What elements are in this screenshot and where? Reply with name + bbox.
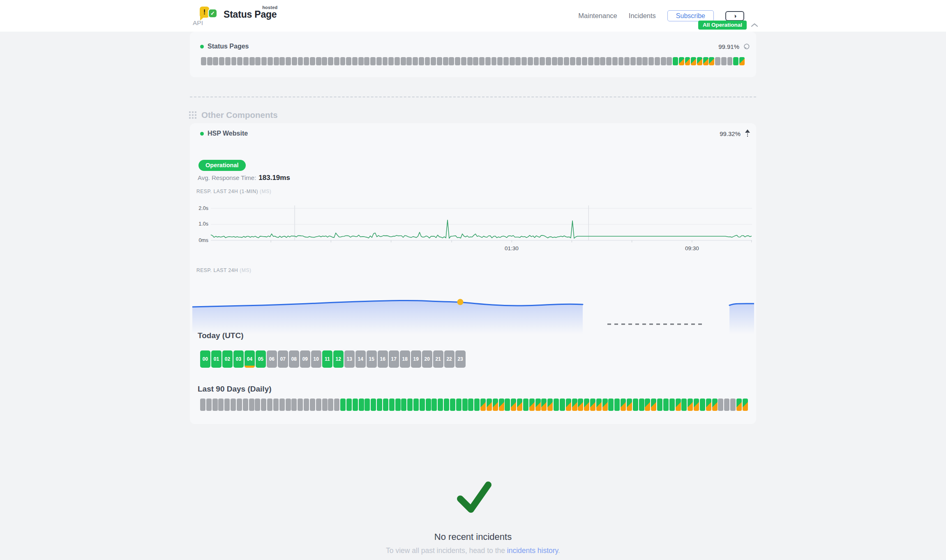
- uptime-bar[interactable]: [727, 57, 733, 65]
- uptime-bar[interactable]: [218, 399, 224, 411]
- hour-box-19[interactable]: 19: [411, 350, 421, 368]
- uptime-bar[interactable]: [274, 57, 279, 65]
- uptime-bar[interactable]: [712, 399, 718, 411]
- uptime-bar[interactable]: [651, 399, 656, 411]
- uptime-bar[interactable]: [700, 399, 705, 411]
- uptime-bar[interactable]: [438, 399, 443, 411]
- uptime-bar[interactable]: [480, 399, 486, 411]
- overall-status-badge[interactable]: All Operational: [698, 21, 747, 30]
- uptime-bar[interactable]: [657, 399, 662, 411]
- uptime-bar[interactable]: [655, 57, 660, 65]
- uptime-bar[interactable]: [499, 399, 504, 411]
- uptime-bar[interactable]: [718, 399, 723, 411]
- uptime-bar[interactable]: [225, 57, 231, 65]
- uptime-bar[interactable]: [389, 399, 395, 411]
- uptime-bar[interactable]: [450, 399, 455, 411]
- uptime-bar[interactable]: [255, 399, 260, 411]
- hour-box-08[interactable]: 08: [289, 350, 299, 368]
- chevron-up-icon[interactable]: [751, 23, 758, 27]
- uptime-bar[interactable]: [334, 399, 339, 411]
- uptime-bar[interactable]: [558, 57, 563, 65]
- uptime-bar[interactable]: [560, 399, 565, 411]
- uptime-bar[interactable]: [261, 57, 267, 65]
- uptime-bar[interactable]: [743, 399, 748, 411]
- uptime-bar[interactable]: [213, 57, 218, 65]
- hour-box-11[interactable]: 11: [322, 350, 332, 368]
- uptime-bar[interactable]: [624, 57, 630, 65]
- uptime-bar[interactable]: [255, 57, 261, 65]
- uptime-bar[interactable]: [602, 399, 608, 411]
- uptime-bar[interactable]: [511, 399, 516, 411]
- hour-box-22[interactable]: 22: [444, 350, 455, 368]
- uptime-bar[interactable]: [328, 57, 333, 65]
- uptime-bar[interactable]: [493, 399, 498, 411]
- uptime-bar[interactable]: [413, 399, 419, 411]
- incidents-history-link[interactable]: incidents history: [507, 546, 558, 555]
- uptime-bar[interactable]: [401, 57, 406, 65]
- uptime-bar[interactable]: [572, 399, 577, 411]
- uptime-bar[interactable]: [401, 399, 406, 411]
- uptime-bar[interactable]: [642, 57, 648, 65]
- uptime-bar[interactable]: [273, 399, 279, 411]
- uptime-bar[interactable]: [679, 57, 684, 65]
- uptime-bar[interactable]: [637, 57, 642, 65]
- uptime-bar[interactable]: [358, 57, 364, 65]
- uptime-bar[interactable]: [564, 57, 569, 65]
- hour-box-00[interactable]: 00: [200, 350, 210, 368]
- uptime-bar[interactable]: [346, 57, 351, 65]
- uptime-bar[interactable]: [667, 57, 672, 65]
- hour-box-05[interactable]: 05: [256, 350, 266, 368]
- hour-box-10[interactable]: 10: [311, 350, 321, 368]
- nav-maintenance[interactable]: Maintenance: [578, 12, 617, 20]
- uptime-bar[interactable]: [468, 399, 473, 411]
- hour-box-23[interactable]: 23: [455, 350, 466, 368]
- uptime-bar[interactable]: [576, 57, 581, 65]
- uptime-bar[interactable]: [736, 399, 742, 411]
- uptime-bar[interactable]: [648, 57, 654, 65]
- uptime-bar[interactable]: [554, 399, 559, 411]
- uptime-bar[interactable]: [292, 57, 297, 65]
- uptime-bar[interactable]: [663, 399, 669, 411]
- uptime-bar[interactable]: [685, 57, 690, 65]
- hour-box-21[interactable]: 21: [433, 350, 443, 368]
- uptime-bar[interactable]: [437, 57, 442, 65]
- uptime-bar[interactable]: [491, 57, 497, 65]
- uptime-bar[interactable]: [310, 399, 315, 411]
- uptime-bar[interactable]: [383, 57, 388, 65]
- uptime-bar[interactable]: [431, 399, 437, 411]
- uptime-bar[interactable]: [310, 57, 315, 65]
- uptime-bar[interactable]: [413, 57, 418, 65]
- uptime-bar[interactable]: [546, 57, 551, 65]
- hour-box-01[interactable]: 01: [211, 350, 222, 368]
- uptime-bar[interactable]: [529, 399, 535, 411]
- uptime-bar[interactable]: [261, 399, 266, 411]
- uptime-bar[interactable]: [364, 57, 369, 65]
- uptime-bar[interactable]: [709, 57, 714, 65]
- uptime-bar[interactable]: [426, 399, 431, 411]
- uptime-bar[interactable]: [420, 399, 425, 411]
- uptime-bar[interactable]: [322, 399, 328, 411]
- uptime-bar[interactable]: [395, 57, 400, 65]
- uptime-bar[interactable]: [395, 399, 401, 411]
- uptime-bar[interactable]: [510, 57, 515, 65]
- uptime-bar[interactable]: [521, 57, 527, 65]
- uptime-bar[interactable]: [443, 57, 448, 65]
- component-row-hsp-website[interactable]: HSP Website 99.32%: [200, 129, 750, 138]
- hour-box-12[interactable]: 12: [333, 350, 344, 368]
- uptime-bar[interactable]: [706, 399, 711, 411]
- uptime-bar[interactable]: [237, 57, 242, 65]
- hour-box-20[interactable]: 20: [422, 350, 432, 368]
- uptime-bar[interactable]: [715, 57, 720, 65]
- uptime-bar[interactable]: [588, 57, 593, 65]
- uptime-bar[interactable]: [456, 399, 461, 411]
- uptime-bar[interactable]: [582, 57, 587, 65]
- uptime-bar[interactable]: [316, 57, 321, 65]
- uptime-bar[interactable]: [584, 399, 589, 411]
- uptime-bar[interactable]: [721, 57, 727, 65]
- uptime-bar[interactable]: [621, 399, 626, 411]
- uptime-bar[interactable]: [455, 57, 460, 65]
- component-row-status-pages[interactable]: Status Pages 99.91%: [200, 43, 750, 50]
- uptime-bar[interactable]: [279, 399, 285, 411]
- uptime-bar[interactable]: [606, 57, 611, 65]
- uptime-bar[interactable]: [243, 57, 249, 65]
